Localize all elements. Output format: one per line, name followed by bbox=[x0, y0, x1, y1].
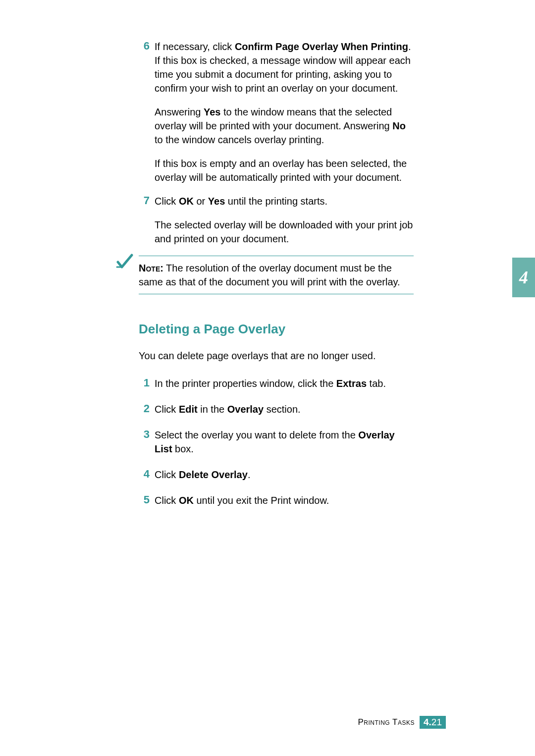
text-run: until the printing starts. bbox=[225, 196, 327, 207]
step-body: Click OK until you exit the Print window… bbox=[153, 493, 414, 507]
section-heading: Deleting a Page Overlay bbox=[139, 322, 414, 337]
step: 3Select the overlay you want to delete f… bbox=[139, 428, 414, 456]
step-number: 1 bbox=[139, 377, 153, 390]
step: 6If necessary, click Confirm Page Overla… bbox=[139, 40, 414, 184]
step-paragraph: Click OK or Yes until the printing start… bbox=[155, 194, 414, 208]
step-paragraph: Click OK until you exit the Print window… bbox=[155, 493, 414, 507]
text-run: to the window cancels overlay printing. bbox=[155, 134, 324, 145]
bold-text: Confirm Page Overlay When Printing bbox=[235, 41, 408, 52]
text-run: section. bbox=[264, 404, 300, 415]
bold-text: No bbox=[392, 120, 406, 131]
step-body: If necessary, click Confirm Page Overlay… bbox=[153, 40, 414, 184]
bold-text: Yes bbox=[208, 196, 225, 207]
page-number: 21 bbox=[431, 717, 442, 727]
text-run: Click bbox=[155, 196, 179, 207]
step-body: Click Edit in the Overlay section. bbox=[153, 402, 414, 416]
text-run: Click bbox=[155, 495, 179, 506]
step: 4Click Delete Overlay. bbox=[139, 468, 414, 482]
step-number: 3 bbox=[139, 428, 153, 456]
step-body: Click Delete Overlay. bbox=[153, 468, 414, 482]
text-run: box. bbox=[172, 443, 194, 454]
note-label: Note: bbox=[139, 263, 163, 273]
text-run: If this box is empty and an overlay has … bbox=[155, 158, 407, 183]
text-run: In the printer properties window, click … bbox=[155, 378, 336, 389]
page-chapter: 4. bbox=[424, 717, 431, 727]
chapter-tab: 4 bbox=[512, 258, 535, 297]
text-run: Select the overlay you want to delete fr… bbox=[155, 430, 358, 440]
text-run: Click bbox=[155, 404, 179, 415]
step: 7Click OK or Yes until the printing star… bbox=[139, 194, 414, 246]
text-run: or bbox=[194, 196, 208, 207]
note-block: Note: The resolution of the overlay docu… bbox=[139, 256, 414, 294]
step-paragraph: If necessary, click Confirm Page Overlay… bbox=[155, 40, 414, 95]
bold-text: Yes bbox=[204, 107, 220, 117]
note-text: Note: The resolution of the overlay docu… bbox=[139, 263, 400, 287]
bold-text: Delete Overlay bbox=[179, 469, 248, 480]
bold-text: Edit bbox=[179, 404, 198, 415]
step-number: 7 bbox=[139, 194, 153, 246]
deleting-overlay-section: Deleting a Page Overlay You can delete p… bbox=[139, 322, 414, 507]
bold-text: Overlay bbox=[227, 404, 264, 415]
page-number-box: 4.21 bbox=[420, 716, 446, 729]
step-paragraph: Click Delete Overlay. bbox=[155, 468, 414, 482]
step-body: In the printer properties window, click … bbox=[153, 377, 414, 390]
step: 1In the printer properties window, click… bbox=[139, 377, 414, 390]
text-run: until you exit the Print window. bbox=[194, 495, 329, 506]
step: 5Click OK until you exit the Print windo… bbox=[139, 493, 414, 507]
text-run: . bbox=[248, 469, 251, 480]
page-footer: Printing Tasks 4.21 bbox=[358, 716, 446, 729]
footer-title: Printing Tasks bbox=[358, 717, 415, 727]
note-body: The resolution of the overlay document m… bbox=[139, 263, 400, 287]
bold-text: Extras bbox=[336, 378, 367, 389]
text-run: If necessary, click bbox=[155, 41, 235, 52]
bold-text: OK bbox=[179, 196, 194, 207]
deleting-steps-list: 1In the printer properties window, click… bbox=[139, 377, 414, 507]
text-run: The selected overlay will be downloaded … bbox=[155, 219, 413, 244]
step-body: Select the overlay you want to delete fr… bbox=[153, 428, 414, 456]
step: 2Click Edit in the Overlay section. bbox=[139, 402, 414, 416]
bold-text: OK bbox=[179, 495, 194, 506]
section-intro: You can delete page overlays that are no… bbox=[139, 349, 414, 363]
step-number: 5 bbox=[139, 493, 153, 507]
text-run: Answering bbox=[155, 107, 204, 117]
step-paragraph: Answering Yes to the window means that t… bbox=[155, 105, 414, 147]
text-run: Click bbox=[155, 469, 179, 480]
step-number: 6 bbox=[139, 40, 153, 184]
steps-continued: 6If necessary, click Confirm Page Overla… bbox=[139, 40, 414, 246]
text-run: tab. bbox=[367, 378, 386, 389]
step-paragraph: Select the overlay you want to delete fr… bbox=[155, 428, 414, 456]
step-paragraph: Click Edit in the Overlay section. bbox=[155, 402, 414, 416]
text-run: in the bbox=[198, 404, 227, 415]
step-paragraph: If this box is empty and an overlay has … bbox=[155, 157, 414, 184]
checkmark-icon bbox=[115, 252, 135, 272]
step-paragraph: In the printer properties window, click … bbox=[155, 377, 414, 390]
step-number: 4 bbox=[139, 468, 153, 482]
step-paragraph: The selected overlay will be downloaded … bbox=[155, 218, 414, 246]
page-content: 6If necessary, click Confirm Page Overla… bbox=[139, 40, 414, 519]
step-number: 2 bbox=[139, 402, 153, 416]
step-body: Click OK or Yes until the printing start… bbox=[153, 194, 414, 246]
